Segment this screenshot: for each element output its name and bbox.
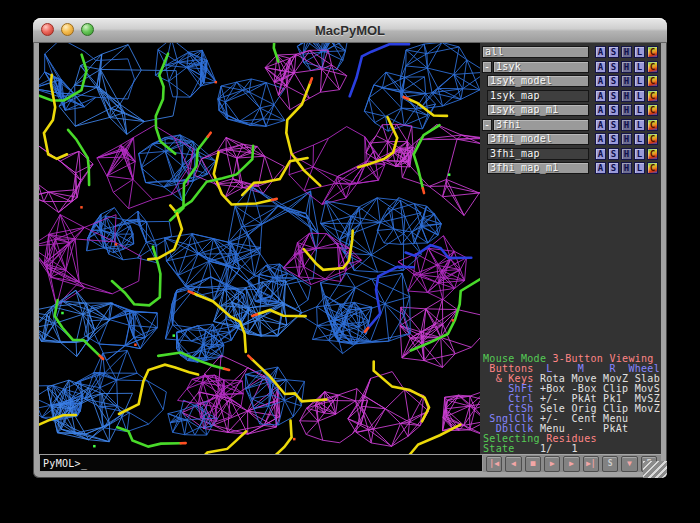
vcr-controls: |◀◀■▶▶▶|S▼F	[483, 454, 661, 472]
object-1syk_map_m1-l-button[interactable]: L	[634, 104, 645, 116]
group-collapse-button[interactable]: -	[482, 61, 492, 73]
object-3fhi_map-l-button[interactable]: L	[634, 148, 645, 160]
object-label-3fhi_map_m1[interactable]: 3fhi_map_m1	[487, 162, 589, 174]
object-3fhi_map-a-button[interactable]: A	[595, 148, 606, 160]
object-3fhi_map-h-button[interactable]: H	[621, 148, 632, 160]
object-1syk_model-l-button[interactable]: L	[634, 75, 645, 87]
object-row-1syk: -1sykASHLC	[480, 61, 661, 73]
object-3fhi_map_m1-h-button[interactable]: H	[621, 162, 632, 174]
object-all-l-button[interactable]: L	[634, 46, 645, 58]
object-1syk_map-s-button[interactable]: S	[608, 90, 619, 102]
object-3fhi_model-l-button[interactable]: L	[634, 133, 645, 145]
object-1syk_map-c-button[interactable]: C	[647, 90, 658, 102]
object-label-3fhi_model[interactable]: 3fhi_model	[487, 133, 589, 145]
title-bar[interactable]: MacPyMOL	[33, 18, 667, 43]
command-prompt[interactable]: PyMOL>_	[40, 458, 87, 469]
3d-viewport[interactable]	[39, 43, 480, 454]
object-row-1syk_model: 1syk_modelASHLC	[480, 75, 661, 87]
object-label-3fhi_map[interactable]: 3fhi_map	[487, 148, 589, 160]
object-all-s-button[interactable]: S	[608, 46, 619, 58]
mouse-mode-panel[interactable]: Mouse Mode 3-Button Viewing Buttons L M …	[480, 352, 661, 454]
internal-gui-panel: allASHLC-1sykASHLC1syk_modelASHLC1syk_ma…	[480, 43, 661, 454]
object-3fhi_model-c-button[interactable]: C	[647, 133, 658, 145]
object-3fhi_map_m1-a-button[interactable]: A	[595, 162, 606, 174]
object-label-1syk_map[interactable]: 1syk_map	[487, 90, 589, 102]
window-content: allASHLC-1sykASHLC1syk_modelASHLC1syk_ma…	[39, 43, 661, 472]
object-1syk_model-a-button[interactable]: A	[595, 75, 606, 87]
object-1syk_map_m1-c-button[interactable]: C	[647, 104, 658, 116]
object-3fhi_map_m1-s-button[interactable]: S	[608, 162, 619, 174]
object-label-1syk_model[interactable]: 1syk_model	[487, 75, 589, 87]
object-1syk_model-s-button[interactable]: S	[608, 75, 619, 87]
object-row-all: allASHLC	[480, 46, 661, 58]
object-3fhi_map_m1-l-button[interactable]: L	[634, 162, 645, 174]
step-back-button[interactable]: ◀	[505, 456, 521, 472]
state-line: State 1/ 1	[483, 444, 661, 454]
object-3fhi_map-c-button[interactable]: C	[647, 148, 658, 160]
object-row-3fhi_map: 3fhi_mapASHLC	[480, 148, 661, 160]
group-collapse-button[interactable]: -	[482, 119, 492, 131]
object-all-c-button[interactable]: C	[647, 46, 658, 58]
object-row-3fhi_model: 3fhi_modelASHLC	[480, 133, 661, 145]
step-forward-button[interactable]: ▶	[563, 456, 579, 472]
object-3fhi-l-button[interactable]: L	[634, 119, 645, 131]
object-1syk-l-button[interactable]: L	[634, 61, 645, 73]
object-row-1syk_map_m1: 1syk_map_m1ASHLC	[480, 104, 661, 116]
window-title: MacPyMOL	[33, 23, 667, 38]
rewind-to-start-button[interactable]: |◀	[486, 456, 502, 472]
object-label-1syk[interactable]: 1syk	[493, 61, 589, 73]
object-row-3fhi: -3fhiASHLC	[480, 119, 661, 131]
object-3fhi_map_m1-c-button[interactable]: C	[647, 162, 658, 174]
object-row-1syk_map: 1syk_mapASHLC	[480, 90, 661, 102]
object-list: allASHLC-1sykASHLC1syk_modelASHLC1syk_ma…	[480, 43, 661, 177]
object-1syk_map-l-button[interactable]: L	[634, 90, 645, 102]
object-label-1syk_map_m1[interactable]: 1syk_map_m1	[487, 104, 589, 116]
menu-dropdown-button[interactable]: ▼	[621, 456, 637, 472]
object-3fhi_model-h-button[interactable]: H	[621, 133, 632, 145]
object-1syk-c-button[interactable]: C	[647, 61, 658, 73]
viewport-canvas[interactable]	[39, 43, 480, 454]
object-3fhi_map-s-button[interactable]: S	[608, 148, 619, 160]
command-bar[interactable]: PyMOL>_	[39, 454, 483, 472]
object-1syk_map_m1-h-button[interactable]: H	[621, 104, 632, 116]
object-3fhi-h-button[interactable]: H	[621, 119, 632, 131]
object-1syk_model-h-button[interactable]: H	[621, 75, 632, 87]
object-1syk_map_m1-a-button[interactable]: A	[595, 104, 606, 116]
object-label-3fhi[interactable]: 3fhi	[493, 119, 589, 131]
object-all-h-button[interactable]: H	[621, 46, 632, 58]
play-button[interactable]: ▶	[544, 456, 560, 472]
object-3fhi-c-button[interactable]: C	[647, 119, 658, 131]
object-1syk_model-c-button[interactable]: C	[647, 75, 658, 87]
object-all-a-button[interactable]: A	[595, 46, 606, 58]
object-1syk_map-h-button[interactable]: H	[621, 90, 632, 102]
object-3fhi_model-a-button[interactable]: A	[595, 133, 606, 145]
object-3fhi-s-button[interactable]: S	[608, 119, 619, 131]
object-3fhi_model-s-button[interactable]: S	[608, 133, 619, 145]
object-3fhi-a-button[interactable]: A	[595, 119, 606, 131]
forward-to-end-button[interactable]: ▶|	[583, 456, 599, 472]
object-1syk-h-button[interactable]: H	[621, 61, 632, 73]
object-1syk-s-button[interactable]: S	[608, 61, 619, 73]
object-1syk_map-a-button[interactable]: A	[595, 90, 606, 102]
stop-button[interactable]: ■	[525, 456, 541, 472]
object-1syk_map_m1-s-button[interactable]: S	[608, 104, 619, 116]
object-row-3fhi_map_m1: 3fhi_map_m1ASHLC	[480, 162, 661, 174]
sculpt-toggle-button[interactable]: S	[602, 456, 618, 472]
object-label-all[interactable]: all	[482, 46, 589, 58]
object-1syk-a-button[interactable]: A	[595, 61, 606, 73]
macpymol-window: MacPyMOL allASHLC-1sykASHLC1syk_modelASH…	[33, 18, 667, 478]
resize-grip-icon[interactable]	[643, 461, 667, 478]
